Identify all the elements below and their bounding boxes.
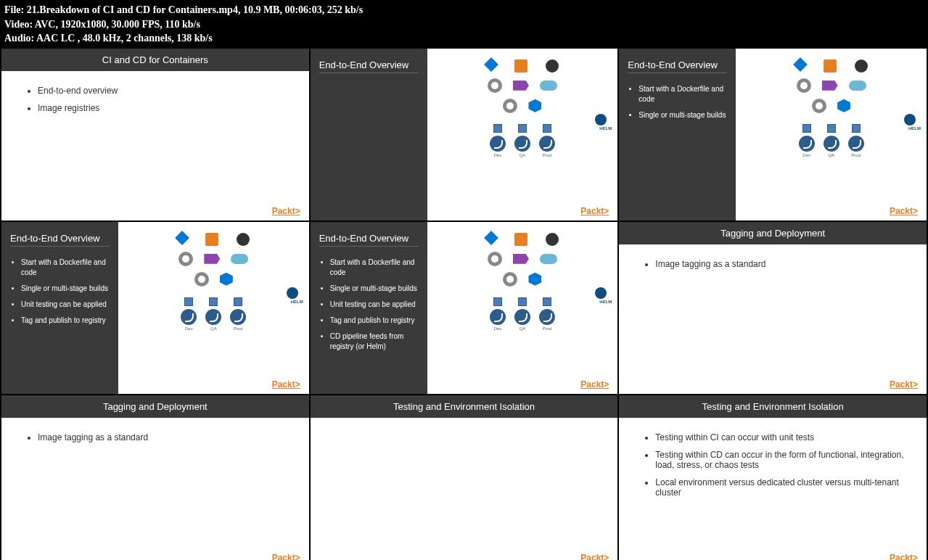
registry-icon: [540, 254, 557, 264]
slide-body: Image tagging as a standard: [619, 244, 927, 291]
bullet-item: Image registries: [38, 103, 287, 113]
slide-body: End-to-end overviewImage registries: [1, 71, 309, 135]
repo-icon: [205, 233, 218, 246]
helm-label: HELM: [908, 126, 921, 131]
pipeline-diagram: HELM Dev QA Prod: [743, 59, 919, 199]
diagram-panel: HELM Dev QA Prod: [427, 222, 618, 394]
slide-body: Testing within CI can occur with unit te…: [619, 418, 927, 519]
deploy-prod: Prod: [230, 297, 246, 331]
deploy-dev: Dev: [181, 297, 197, 331]
gear-icon: [488, 252, 502, 266]
brand-logo: Packt>: [890, 379, 918, 390]
registry-icon: [231, 254, 248, 264]
pipeline-diagram: HELM Dev QA Prod: [435, 233, 611, 372]
slide-title: End-to-End Overview: [319, 59, 419, 73]
deploy-icon: [539, 136, 555, 152]
bullet-item: Image tagging as a standard: [38, 432, 287, 442]
azure-devops-icon: [484, 57, 498, 72]
helm-label: HELM: [291, 300, 303, 304]
github-icon: [546, 233, 559, 246]
bullet-item: End-to-end overview: [38, 86, 287, 96]
bullet-item: Single or multi-stage builds: [21, 284, 110, 294]
diagram-panel: HELM Dev QA Prod: [118, 222, 309, 394]
deploy-icon: [181, 309, 197, 325]
deploy-prod: Prod: [539, 297, 555, 331]
deploy-qa: QA: [824, 124, 839, 157]
gear-icon: [194, 272, 209, 287]
pipeline-diagram: HELM Dev QA Prod: [126, 233, 302, 372]
slide-title: Testing and Environment Isolation: [311, 395, 618, 418]
tag-icon: [513, 254, 529, 264]
deploy-prod: Prod: [539, 124, 555, 157]
bullet-item: Image tagging as a standard: [655, 259, 905, 269]
kubernetes-icon: [837, 99, 850, 112]
thumbnail-grid: CI and CD for ContainersEnd-to-end overv…: [0, 49, 928, 560]
github-icon: [855, 59, 868, 73]
deploy-icon: [539, 309, 555, 325]
video-line: Video: AVC, 1920x1080, 30.000 FPS, 110 k…: [4, 17, 924, 32]
diagram-panel: HELM Dev QA Prod: [427, 49, 618, 221]
kubernetes-icon: [528, 273, 541, 286]
gear-icon: [812, 99, 826, 113]
registry-icon: [540, 81, 557, 91]
slide-body: Image tagging as a standard: [1, 418, 309, 464]
helm-label: HELM: [599, 300, 612, 304]
slide-thumbnail: Testing and Environment IsolationTesting…: [619, 395, 927, 560]
deploy-dev: Dev: [799, 124, 815, 157]
deploy-icon: [490, 309, 506, 325]
slide-sidebar: End-to-End Overview: [311, 49, 427, 221]
bullet-item: Unit testing can be applied: [21, 300, 110, 310]
tag-icon: [513, 81, 529, 91]
brand-logo: Packt>: [580, 379, 609, 390]
deploy-dev: Dev: [490, 124, 506, 157]
bullet-item: Single or multi-stage builds: [330, 284, 419, 294]
repo-icon: [514, 233, 527, 246]
slide-title: CI and CD for Containers: [1, 49, 309, 71]
pipeline-diagram: HELM Dev QA Prod: [435, 59, 611, 199]
gear-icon: [503, 272, 517, 287]
helm-icon: [595, 114, 607, 125]
gear-icon: [503, 99, 517, 113]
slide-title: Testing and Environment Isolation: [619, 395, 927, 418]
kubernetes-icon: [220, 273, 233, 286]
deploy-icon: [514, 136, 530, 152]
repo-icon: [514, 59, 527, 73]
registry-icon: [849, 81, 866, 91]
deploy-prod: Prod: [848, 124, 864, 157]
bullet-item: Single or multi-stage builds: [638, 110, 727, 120]
slide-title: End-to-End Overview: [10, 233, 110, 247]
azure-devops-icon: [175, 231, 189, 245]
file-info-header: File: 21.Breakdown of CI and CD for Cont…: [0, 0, 928, 49]
slide-thumbnail: Tagging and DeploymentImage tagging as a…: [619, 222, 927, 394]
azure-devops-icon: [484, 231, 498, 245]
slide-title: End-to-End Overview: [628, 59, 727, 73]
deploy-qa: QA: [514, 297, 530, 331]
deploy-icon: [490, 136, 506, 152]
file-line: File: 21.Breakdown of CI and CD for Cont…: [4, 3, 924, 17]
slide-title: Tagging and Deployment: [619, 222, 927, 244]
bullet-item: Start with a Dockerfile and code: [330, 258, 419, 278]
slide-thumbnail: End-to-End OverviewStart with a Dockerfi…: [311, 222, 618, 394]
helm-icon: [904, 114, 916, 125]
brand-logo: Packt>: [272, 206, 300, 216]
gear-icon: [178, 252, 193, 266]
kubernetes-icon: [528, 99, 541, 112]
brand-logo: Packt>: [890, 206, 918, 216]
deploy-icon: [205, 309, 221, 325]
deploy-icon: [848, 136, 864, 152]
github-icon: [237, 233, 250, 246]
slide-body: [311, 418, 618, 447]
slide-thumbnail: End-to-End OverviewStart with a Dockerfi…: [1, 222, 309, 394]
repo-icon: [824, 59, 837, 73]
azure-devops-icon: [793, 57, 808, 72]
audio-line: Audio: AAC LC , 48.0 kHz, 2 channels, 13…: [4, 31, 924, 46]
bullet-item: Testing within CD can occur in the form …: [655, 450, 905, 470]
bullet-item: Start with a Dockerfile and code: [21, 258, 110, 278]
diagram-panel: HELM Dev QA Prod: [736, 49, 927, 221]
tag-icon: [204, 254, 220, 264]
slide-thumbnail: Testing and Environment IsolationPackt>: [311, 395, 618, 560]
bullet-item: Testing within CI can occur with unit te…: [655, 432, 905, 442]
deploy-icon: [514, 309, 530, 325]
bullet-item: Tag and publish to registry: [330, 316, 419, 326]
helm-icon: [287, 287, 298, 299]
